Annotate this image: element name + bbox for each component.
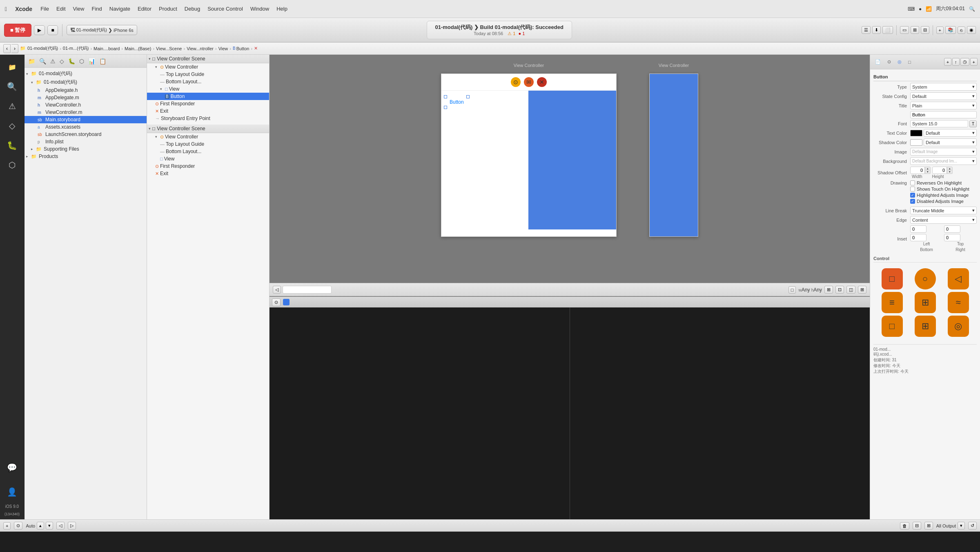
- tree-item-root[interactable]: 📁 01-modal(代码): [24, 69, 147, 78]
- handle-bl[interactable]: [444, 106, 447, 109]
- outline-first-responder-2[interactable]: ⊙ First Responder: [147, 162, 269, 170]
- component-7[interactable]: □: [877, 316, 907, 337]
- menu-navigate[interactable]: Navigate: [109, 6, 130, 12]
- tree-item-viewcontroller-h[interactable]: h ViewController.h: [24, 101, 147, 109]
- checkbox-disabled-box[interactable]: ✓: [910, 199, 915, 204]
- debug-scope-btn[interactable]: ⊙: [272, 298, 281, 306]
- breadcrumb-item-2[interactable]: 01-m...(代码): [63, 45, 89, 51]
- reports-icon[interactable]: 💬: [3, 459, 21, 476]
- bottom-split-horiz-btn[interactable]: ⊞: [924, 522, 933, 530]
- inspector-linebreak-dropdown[interactable]: Truncate Middle ▾: [910, 207, 977, 214]
- storyboard-scene-2[interactable]: [649, 73, 698, 237]
- apple-menu[interactable]: : [5, 6, 7, 12]
- sidebar-btn-1[interactable]: 📁: [27, 57, 36, 66]
- quick-open[interactable]: ⎋: [958, 27, 965, 34]
- tree-item-assets[interactable]: a Assets.xcassets: [24, 123, 147, 131]
- debug-btn-blue[interactable]: [283, 299, 290, 305]
- outline-vc-2[interactable]: ⊙ View Controller: [147, 133, 269, 140]
- scene-section-1[interactable]: □ View Controller Scene: [147, 55, 269, 63]
- canvas-size-btn-5[interactable]: ⊞: [858, 286, 866, 294]
- canvas-size-btn-1[interactable]: □: [788, 286, 796, 294]
- outline-vc-1[interactable]: ⊙ View Controller: [147, 63, 269, 71]
- debug-nav-icon[interactable]: 🐛: [3, 136, 21, 154]
- sidebar-btn-7[interactable]: 📊: [87, 57, 96, 66]
- stop-square-button[interactable]: ■: [47, 25, 58, 35]
- sidebar-btn-6[interactable]: ⬡: [78, 57, 85, 66]
- shadow-color-box[interactable]: [910, 139, 922, 146]
- add-item[interactable]: +: [936, 27, 944, 34]
- bottom-filter-btn[interactable]: ⊙: [14, 522, 22, 530]
- canvas-size-btn-2[interactable]: ⊞: [824, 286, 833, 294]
- inspector-type-dropdown[interactable]: System ▾: [910, 83, 977, 91]
- sidebar-btn-3[interactable]: ⚠: [49, 57, 57, 66]
- shadow-h-up[interactable]: ▴: [947, 167, 953, 170]
- breadcrumb-item-8[interactable]: B Button: [233, 46, 249, 51]
- breadcrumb-item-5[interactable]: View...Scene: [156, 46, 182, 51]
- run-button[interactable]: ▶: [34, 25, 45, 35]
- sidebar-btn-4[interactable]: ◇: [58, 57, 65, 66]
- sidebar-btn-2[interactable]: 🔍: [38, 57, 47, 66]
- menu-editor[interactable]: Editor: [138, 6, 151, 12]
- tree-item-products[interactable]: 📁 Products: [24, 153, 147, 160]
- menu-find[interactable]: Find: [91, 6, 102, 12]
- font-edit-btn[interactable]: T: [969, 120, 977, 127]
- canvas-filter-input[interactable]: [283, 286, 332, 294]
- component-5[interactable]: ⊞: [910, 292, 940, 313]
- menu-debug[interactable]: Debug: [185, 6, 200, 12]
- inset-t-input[interactable]: [944, 225, 960, 233]
- outline-bottom-layout[interactable]: — Bottom Layout...: [147, 78, 269, 85]
- component-2[interactable]: ○: [910, 268, 940, 289]
- scheme-stepper-dn[interactable]: ▾: [46, 522, 53, 530]
- handle-tl[interactable]: [444, 95, 447, 98]
- navigator-icon[interactable]: 📁: [3, 58, 21, 76]
- outline-top-layout-2[interactable]: — Top Layout Guide: [147, 140, 269, 148]
- outline-top-layout[interactable]: — Top Layout Guide: [147, 71, 269, 78]
- canvas-main[interactable]: View Controller ⊙ ✉ ✕ 9:41: [270, 55, 870, 283]
- inspector-tab-4[interactable]: □: [906, 58, 913, 66]
- menu-source-control[interactable]: Source Control: [207, 6, 243, 12]
- outline-first-responder-1[interactable]: ⊙ First Responder: [147, 100, 269, 107]
- tree-item-group[interactable]: 📁 01-modal(代码): [24, 78, 147, 87]
- bottom-back-btn[interactable]: ◁: [56, 522, 65, 530]
- assistant-editor[interactable]: ⊞: [911, 26, 919, 34]
- nav-forward[interactable]: ›: [11, 44, 18, 53]
- code-coverage[interactable]: ◉: [967, 26, 976, 34]
- menu-view[interactable]: View: [73, 6, 85, 12]
- component-6[interactable]: ≈: [943, 292, 973, 313]
- navigator-toggle[interactable]: ☰: [862, 26, 871, 34]
- inspector-shadowcolor-dropdown[interactable]: Default ▾: [924, 138, 977, 146]
- inspector-tab-2[interactable]: ⊙: [885, 58, 893, 66]
- tree-item-viewcontroller-m[interactable]: m ViewController.m: [24, 109, 147, 116]
- inspector-bg-dropdown[interactable]: Default Background Im... ▾: [910, 157, 977, 165]
- breadcrumb-item-6[interactable]: View...ntroller: [187, 46, 214, 51]
- stop-button[interactable]: ■ 暂停: [4, 24, 31, 37]
- outline-view-1[interactable]: □ View: [147, 85, 269, 93]
- shadow-h-input[interactable]: [932, 167, 947, 174]
- outline-entry-point[interactable]: → Storyboard Entry Point: [147, 115, 269, 122]
- tree-item-info-plist[interactable]: p Info.plist: [24, 138, 147, 145]
- inspector-history-btn[interactable]: ◷: [960, 58, 969, 66]
- tree-item-supporting[interactable]: 📁 Supporting Files: [24, 145, 147, 153]
- menu-product[interactable]: Product: [159, 6, 177, 12]
- component-8[interactable]: ⊞: [910, 316, 940, 337]
- utilities-toggle[interactable]: ⬜: [882, 26, 893, 34]
- blue-view[interactable]: [528, 91, 616, 229]
- tree-item-launch-storyboard[interactable]: sb LaunchScreen.storyboard: [24, 131, 147, 138]
- shadow-w-dn[interactable]: ▾: [925, 170, 931, 174]
- checkbox-touch-box[interactable]: [910, 187, 915, 191]
- outline-view-2[interactable]: □ View: [147, 155, 269, 162]
- search-icon[interactable]: 🔍: [969, 6, 975, 12]
- text-color-box[interactable]: [910, 130, 922, 136]
- breakpoints-icon[interactable]: ⬡: [3, 156, 21, 174]
- outline-exit-2[interactable]: ✕ Exit: [147, 170, 269, 177]
- bottom-add-btn[interactable]: +: [3, 522, 11, 530]
- inspector-title-dropdown[interactable]: Plain ▾: [910, 102, 977, 109]
- canvas-size-btn-3[interactable]: ⊡: [835, 286, 844, 294]
- tree-item-appdelegate-h[interactable]: h AppDelegate.h: [24, 87, 147, 94]
- test-icon[interactable]: ◇: [3, 117, 21, 135]
- tree-item-main-storyboard[interactable]: sb Main.storyboard: [24, 116, 147, 123]
- menu-help[interactable]: Help: [276, 6, 287, 12]
- debug-toggle[interactable]: ⬇: [872, 26, 881, 34]
- search-icon[interactable]: 🔍: [3, 78, 21, 96]
- outline-button[interactable]: B Button: [147, 93, 269, 100]
